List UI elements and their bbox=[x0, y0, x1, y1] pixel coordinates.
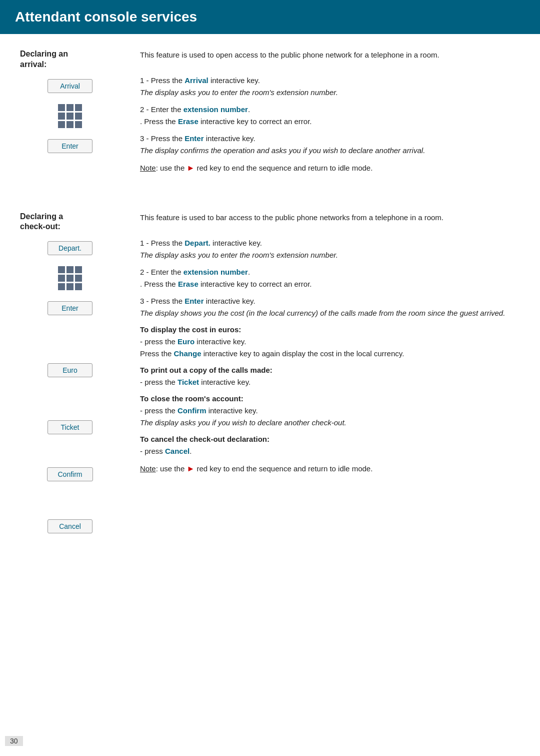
checkout-step2: 2 - Enter the extension number. . Press … bbox=[140, 266, 525, 290]
euro-button[interactable]: Euro bbox=[48, 363, 92, 377]
arrival-description: This feature is used to open access to t… bbox=[140, 49, 525, 61]
checkout-key-word-2: extension number bbox=[184, 268, 248, 276]
checkout-red-key: red key bbox=[194, 464, 221, 473]
arrival-step3: 3 - Press the Enter interactive key. The… bbox=[140, 133, 525, 157]
cancel-key: Cancel bbox=[165, 447, 190, 455]
arrival-step1: 1 - Press the Arrival interactive key. T… bbox=[140, 75, 525, 99]
confirm-key: Confirm bbox=[178, 406, 206, 415]
change-key: Change bbox=[174, 349, 202, 358]
arrival-step1-italic: The display asks you to enter the room's… bbox=[140, 87, 525, 99]
left-column-arrival: Declaring anarrival: Arrival Enter bbox=[15, 49, 125, 177]
section-gap bbox=[15, 197, 525, 212]
arrival-enter-key: Enter bbox=[184, 134, 204, 143]
section-declaring-checkout: Declaring acheck-out: Depart. Enter Euro… bbox=[15, 212, 525, 534]
page-number: 30 bbox=[5, 736, 23, 746]
checkout-note: Note: use the ► red key to end the seque… bbox=[140, 462, 525, 475]
ticket-button[interactable]: Ticket bbox=[48, 420, 92, 434]
page-header: Attendant console services bbox=[0, 0, 540, 34]
cancel-button[interactable]: Cancel bbox=[48, 519, 92, 533]
checkout-key-word-1: Depart. bbox=[184, 239, 210, 247]
depart-button[interactable]: Depart. bbox=[48, 241, 92, 255]
checkout-erase-key: Erase bbox=[178, 280, 198, 288]
checkout-step3: 3 - Press the Enter interactive key. The… bbox=[140, 295, 525, 319]
checkout-step3-italic: The display shows you the cost (in the l… bbox=[140, 307, 525, 319]
checkout-cancel-text: - press Cancel. bbox=[140, 445, 525, 457]
numpad-icon-checkout bbox=[58, 264, 82, 292]
checkout-ticket-text: - press the Ticket interactive key. bbox=[140, 376, 525, 388]
arrival-step3-italic: The display confirms the operation and a… bbox=[140, 145, 525, 157]
arrival-erase-key: Erase bbox=[178, 117, 198, 126]
arrival-key-word-1: Arrival bbox=[184, 76, 208, 85]
enter-button-arrival[interactable]: Enter bbox=[48, 139, 92, 153]
red-phone-icon-checkout: ► bbox=[186, 464, 194, 473]
note-label-arrival: Note bbox=[140, 164, 156, 172]
checkout-description: This feature is used to bar access to th… bbox=[140, 212, 525, 224]
section-label-checkout: Declaring acheck-out: bbox=[15, 212, 125, 233]
euro-key: Euro bbox=[178, 337, 194, 346]
sub-heading-cancel: To cancel the check-out declaration: bbox=[140, 435, 525, 443]
page-title: Attendant console services bbox=[15, 9, 525, 25]
left-column-checkout: Declaring acheck-out: Depart. Enter Euro… bbox=[15, 212, 125, 534]
checkout-step1: 1 - Press the Depart. interactive key. T… bbox=[140, 237, 525, 261]
sub-heading-ticket: To print out a copy of the calls made: bbox=[140, 366, 525, 374]
checkout-euro-text: - press the Euro interactive key. Press … bbox=[140, 336, 525, 360]
checkout-confirm-text: - press the Confirm interactive key. The… bbox=[140, 405, 525, 429]
section-declaring-arrival: Declaring anarrival: Arrival Enter This … bbox=[15, 49, 525, 177]
sub-heading-confirm: To close the room's account: bbox=[140, 394, 525, 403]
arrival-red-key: red key bbox=[194, 164, 221, 172]
arrival-button[interactable]: Arrival bbox=[48, 79, 92, 93]
note-label-checkout: Note bbox=[140, 464, 156, 473]
checkout-enter-key: Enter bbox=[184, 297, 204, 305]
numpad-icon-arrival bbox=[58, 102, 82, 130]
arrival-step2: 2 - Enter the extension number. . Press … bbox=[140, 104, 525, 128]
right-column-arrival: This feature is used to open access to t… bbox=[125, 49, 525, 177]
red-phone-icon-arrival: ► bbox=[186, 164, 194, 172]
checkout-step1-italic: The display asks you to enter the room's… bbox=[140, 249, 525, 261]
arrival-key-word-2: extension number bbox=[184, 105, 248, 114]
section-label-arrival: Declaring anarrival: bbox=[15, 49, 125, 70]
ticket-key: Ticket bbox=[178, 378, 199, 386]
checkout-confirm-italic: The display asks you if you wish to decl… bbox=[140, 417, 525, 429]
enter-button-checkout[interactable]: Enter bbox=[48, 301, 92, 315]
right-column-checkout: This feature is used to bar access to th… bbox=[125, 212, 525, 534]
confirm-button[interactable]: Confirm bbox=[47, 467, 92, 481]
arrival-note: Note: use the ► red key to end the seque… bbox=[140, 162, 525, 175]
content-area: Declaring anarrival: Arrival Enter This … bbox=[0, 49, 540, 583]
sub-heading-euro: To display the cost in euros: bbox=[140, 325, 525, 334]
